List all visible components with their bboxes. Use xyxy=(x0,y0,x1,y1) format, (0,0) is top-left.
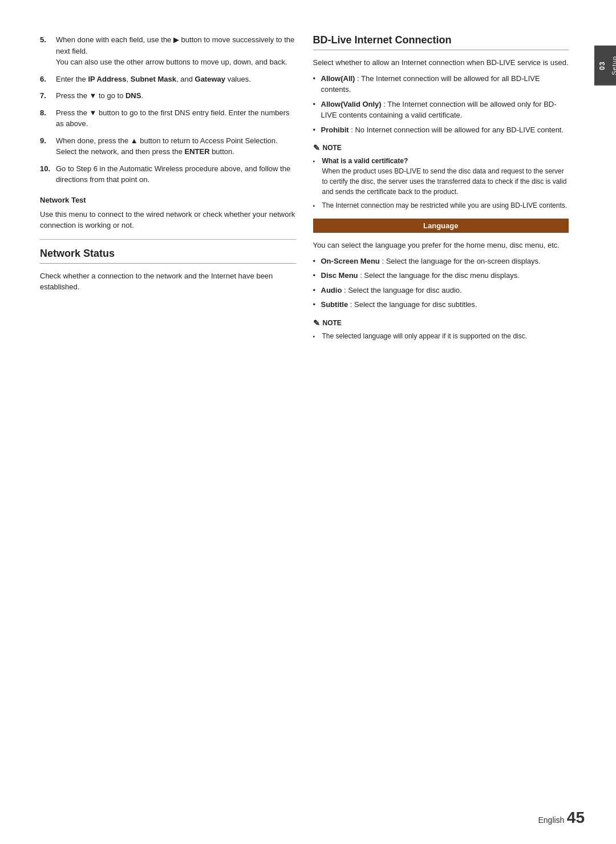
bd-live-note: ✎ NOTE What is a valid certificate?When … xyxy=(313,143,569,211)
step-10: 10. Go to Step 6 in the Automatic Wirele… xyxy=(40,163,296,185)
bd-live-bullets: Allow(All) : The Internet connection wil… xyxy=(313,73,569,136)
bd-live-note-label: NOTE xyxy=(323,144,342,152)
network-status-heading: Network Status xyxy=(40,248,296,264)
right-column: BD-Live Internet Connection Select wheth… xyxy=(313,34,569,810)
bd-live-note-item-1: What is a valid certificate?When the pro… xyxy=(313,156,569,197)
language-intro: You can select the language you prefer f… xyxy=(313,240,569,251)
side-tab-label: Setup xyxy=(611,56,616,75)
language-bullet-2: Disc Menu : Select the language for the … xyxy=(313,270,569,281)
language-note-items: The selected language will only appear i… xyxy=(313,331,569,341)
step-9-num: 9. xyxy=(40,135,56,158)
page-footer: English 45 xyxy=(538,809,585,827)
step-10-content: Go to Step 6 in the Automatic Wireless p… xyxy=(56,163,296,185)
step-7-content: Press the ▼ to go to DNS. xyxy=(56,90,296,102)
network-status-body: Check whether a connection to the networ… xyxy=(40,270,296,293)
language-note-title: ✎ NOTE xyxy=(313,318,569,328)
divider-network-status xyxy=(40,239,296,240)
step-7: 7. Press the ▼ to go to DNS. xyxy=(40,90,296,102)
network-test-body: Use this menu to connect to the wired ne… xyxy=(40,209,296,231)
steps-list: 5. When done with each field, use the ▶ … xyxy=(40,34,296,185)
language-header: Language xyxy=(313,219,569,233)
step-6: 6. Enter the IP Address, Subnet Mask, an… xyxy=(40,74,296,85)
note-icon-2: ✎ xyxy=(313,318,320,328)
step-8-num: 8. xyxy=(40,107,56,130)
bd-live-note-title: ✎ NOTE xyxy=(313,143,569,152)
language-bullets: On-Screen Menu : Select the language for… xyxy=(313,256,569,310)
bd-live-bullet-2: Allow(Valid Only) : The Internet connect… xyxy=(313,99,569,121)
step-8-content: Press the ▼ button to go to the first DN… xyxy=(56,107,296,130)
footer-english: English xyxy=(538,815,564,825)
bd-live-note-items: What is a valid certificate?When the pro… xyxy=(313,156,569,211)
language-bullet-4: Subtitle : Select the language for disc … xyxy=(313,299,569,310)
language-note: ✎ NOTE The selected language will only a… xyxy=(313,318,569,341)
note-icon-1: ✎ xyxy=(313,143,320,152)
bd-live-bullet-1: Allow(All) : The Internet connection wil… xyxy=(313,73,569,95)
step-8: 8. Press the ▼ button to go to the first… xyxy=(40,107,296,130)
step-10-num: 10. xyxy=(40,163,56,185)
page: 5. When done with each field, use the ▶ … xyxy=(0,0,616,844)
bd-live-note-item-2: The Internet connection may be restricte… xyxy=(313,200,569,211)
step-6-num: 6. xyxy=(40,74,56,85)
left-column: 5. When done with each field, use the ▶ … xyxy=(40,34,296,810)
step-5: 5. When done with each field, use the ▶ … xyxy=(40,34,296,68)
step-5-content: When done with each field, use the ▶ but… xyxy=(56,34,296,68)
step-9: 9. When done, press the ▲ button to retu… xyxy=(40,135,296,158)
footer-page-number: 45 xyxy=(567,809,585,826)
bd-live-intro: Select whether to allow an Internet conn… xyxy=(313,57,569,68)
step-7-num: 7. xyxy=(40,90,56,102)
network-test-heading: Network Test xyxy=(40,196,296,204)
side-tab-number: 03 xyxy=(598,61,606,70)
language-note-item-1: The selected language will only appear i… xyxy=(313,331,569,341)
language-bullet-3: Audio : Select the language for disc aud… xyxy=(313,285,569,296)
step-6-content: Enter the IP Address, Subnet Mask, and G… xyxy=(56,74,296,85)
step-9-content: When done, press the ▲ button to return … xyxy=(56,135,296,158)
bd-live-bullet-3: Prohibit : No Internet connection will b… xyxy=(313,124,569,136)
step-5-num: 5. xyxy=(40,34,56,68)
bd-live-heading: BD-Live Internet Connection xyxy=(313,34,569,50)
main-content: 5. When done with each field, use the ▶ … xyxy=(0,0,600,844)
language-bullet-1: On-Screen Menu : Select the language for… xyxy=(313,256,569,267)
side-tab-inner: 03 Setup xyxy=(594,46,616,86)
language-note-label: NOTE xyxy=(323,319,342,327)
side-tab: 03 Setup xyxy=(600,0,616,844)
